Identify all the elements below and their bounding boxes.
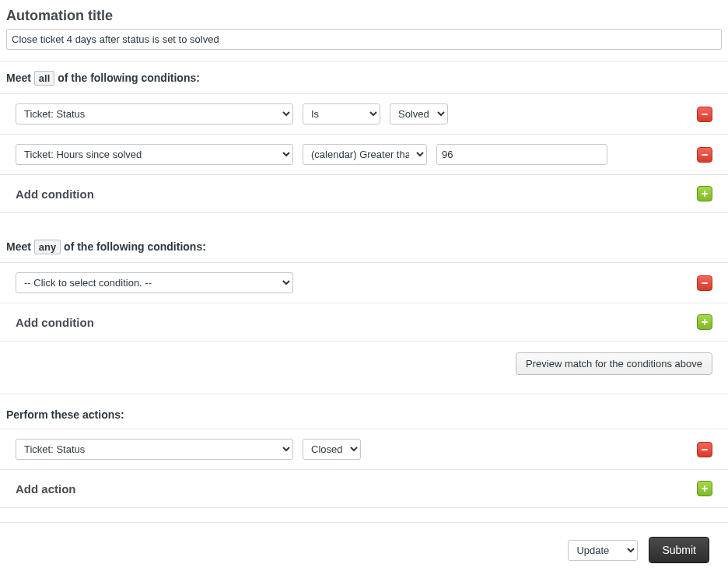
condition-field-select[interactable]: Ticket: Hours since solved [16,144,293,165]
meet-all-prefix: Meet [6,72,31,84]
meet-all-suffix: of the following conditions: [58,72,200,84]
condition-row: Ticket: Hours since solved (calendar) Gr… [0,135,728,175]
page-title: Automation title [0,0,728,29]
automation-title-input[interactable] [6,29,722,50]
minus-icon [700,445,709,454]
remove-action-button[interactable] [697,442,712,457]
svg-rect-9 [702,488,708,489]
condition-operator-select[interactable]: (calendar) Greater than [303,144,427,165]
remove-condition-button[interactable] [697,147,712,163]
svg-rect-6 [702,321,708,323]
meet-any-suffix: of the following conditions: [64,240,206,253]
add-condition-row: Add condition [0,175,728,213]
submit-button[interactable]: Submit [649,537,709,563]
meet-any-badge: any [34,240,61,254]
preview-conditions-button[interactable]: Preview match for the conditions above [516,352,712,375]
add-condition-button[interactable] [697,314,712,330]
save-mode-select[interactable]: Update [568,540,638,561]
condition-field-select[interactable]: -- Click to select condition. -- [16,272,293,293]
add-action-row: Add action [0,470,728,508]
condition-operator-select[interactable]: Is [303,103,380,124]
meet-any-prefix: Meet [6,240,31,253]
footer: Update Submit [0,522,728,577]
conditions-all-table: Ticket: Status Is Solved Ticket: Hours s… [0,93,728,213]
condition-value-select[interactable]: Solved [390,103,448,124]
action-row: Ticket: Status Closed [0,429,728,470]
plus-icon [700,484,709,493]
minus-icon [700,110,709,119]
add-action-button[interactable] [697,481,712,496]
add-condition-label: Add condition [16,187,697,201]
svg-rect-4 [702,282,708,284]
add-condition-label: Add condition [16,316,697,329]
action-value-select[interactable]: Closed [303,439,361,460]
meet-all-badge: all [34,71,54,86]
actions-table: Ticket: Status Closed Add action [0,429,728,508]
add-action-label: Add action [16,482,697,496]
plus-icon [700,189,709,198]
minus-icon [700,150,709,159]
remove-condition-button[interactable] [697,107,712,122]
svg-rect-7 [702,449,708,450]
meet-any-header: Meet any of the following conditions: [0,230,728,262]
conditions-any-table: -- Click to select condition. -- Add con… [0,262,728,342]
condition-row: -- Click to select condition. -- [0,263,728,303]
plus-icon [700,317,709,327]
svg-rect-1 [702,154,708,156]
add-condition-button[interactable] [697,186,712,201]
actions-header: Perform these actions: [0,394,728,429]
condition-row: Ticket: Status Is Solved [0,94,728,135]
action-field-select[interactable]: Ticket: Status [16,439,293,460]
remove-condition-button[interactable] [697,275,712,291]
minus-icon [700,278,709,288]
add-condition-row: Add condition [0,303,728,342]
meet-all-header: Meet all of the following conditions: [0,61,728,93]
condition-field-select[interactable]: Ticket: Status [16,103,293,124]
condition-value-input[interactable] [436,144,607,165]
svg-rect-0 [702,114,708,115]
svg-rect-3 [702,193,708,194]
